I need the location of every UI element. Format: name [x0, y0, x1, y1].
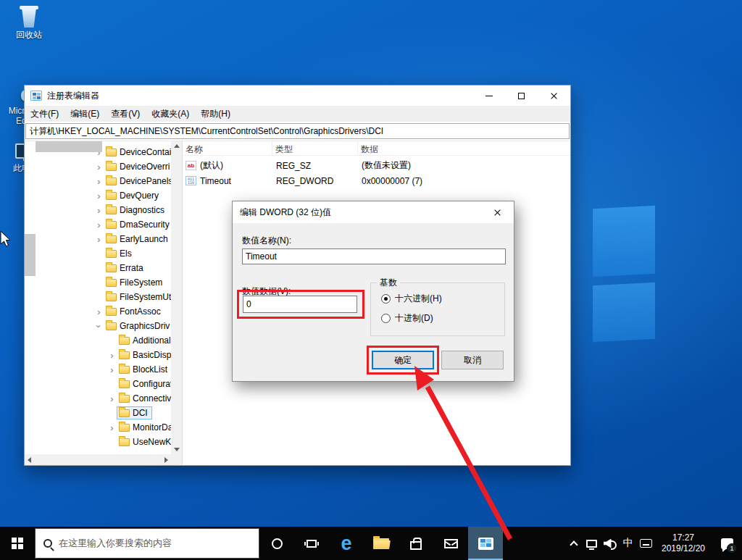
- value-data-input[interactable]: [243, 296, 357, 313]
- regedit-taskbar-button[interactable]: [468, 527, 503, 560]
- task-view-button[interactable]: [294, 527, 329, 560]
- touch-keyboard-button[interactable]: [637, 527, 655, 560]
- mail-button[interactable]: [433, 527, 468, 560]
- chevron-down-icon[interactable]: [94, 322, 104, 331]
- chevron-right-icon[interactable]: [94, 162, 104, 172]
- tree-node[interactable]: FileSystem: [104, 276, 167, 289]
- tree-node[interactable]: Els: [104, 247, 136, 260]
- column-header-name[interactable]: 名称: [183, 141, 272, 155]
- chevron-right-icon[interactable]: [107, 365, 117, 375]
- maximize-button[interactable]: [505, 85, 538, 106]
- dialog-titlebar[interactable]: 编辑 DWORD (32 位)值: [233, 201, 514, 223]
- tree-item-BlockList[interactable]: BlockList: [25, 362, 171, 377]
- tree-node[interactable]: GraphicsDriv: [104, 319, 171, 333]
- tree-node[interactable]: DmaSecurity: [104, 218, 171, 231]
- column-header-type[interactable]: 类型: [272, 141, 358, 155]
- scroll-left-icon[interactable]: [28, 457, 31, 463]
- tree-node[interactable]: UseNewK: [117, 435, 171, 448]
- registry-value-row[interactable]: TimeoutREG_DWORD0x00000007 (7): [183, 173, 570, 188]
- chevron-right-icon[interactable]: [107, 351, 117, 360]
- tree-item-MonitorDa[interactable]: MonitorDa: [25, 420, 171, 435]
- tree-hscroll-thumb[interactable]: [36, 141, 102, 152]
- chevron-right-icon[interactable]: [107, 394, 117, 404]
- network-button[interactable]: [583, 527, 601, 560]
- tree-item-EarlyLaunch[interactable]: EarlyLaunch: [25, 232, 171, 246]
- tree-item-Connectivi[interactable]: Connectivi: [25, 391, 171, 406]
- close-button[interactable]: [538, 85, 570, 106]
- dialog-close-button[interactable]: [481, 201, 514, 223]
- ime-indicator[interactable]: 中: [619, 527, 637, 560]
- value-name-input[interactable]: [242, 248, 506, 264]
- tree-node[interactable]: BasicDispl: [117, 348, 171, 362]
- chevron-right-icon[interactable]: [94, 177, 104, 186]
- file-explorer-button[interactable]: [364, 527, 399, 560]
- tree-item-Configurat[interactable]: Configurat: [25, 377, 171, 391]
- desktop-icon-recycle-bin[interactable]: 回收站: [9, 6, 49, 40]
- chevron-right-icon[interactable]: [94, 307, 104, 317]
- menu-item-文件(F)[interactable]: 文件(F): [25, 106, 64, 122]
- tree-node[interactable]: Additional: [117, 334, 171, 347]
- tree-node[interactable]: Connectivi: [117, 392, 171, 405]
- tree-item-FileSystem[interactable]: FileSystem: [25, 275, 171, 290]
- address-input[interactable]: [25, 123, 570, 139]
- tree-node[interactable]: Diagnostics: [104, 204, 169, 217]
- menu-item-收藏夹(A)[interactable]: 收藏夹(A): [146, 106, 195, 122]
- tray-expand-button[interactable]: [564, 527, 583, 560]
- tree-horizontal-scrollbar[interactable]: [25, 454, 171, 465]
- column-header-data[interactable]: 数据: [358, 141, 570, 155]
- tree-node[interactable]: Configurat: [117, 377, 171, 390]
- tree-item-FileSystemUti[interactable]: FileSystemUti: [25, 290, 171, 304]
- tree-node[interactable]: FontAssoc: [104, 305, 165, 318]
- tree-node[interactable]: DeviceContai: [104, 146, 171, 159]
- chevron-right-icon[interactable]: [94, 206, 104, 215]
- tree-item-DeviceOverri[interactable]: DeviceOverri: [25, 159, 171, 174]
- tree-item-DCI[interactable]: DCI: [25, 406, 171, 420]
- tree-node[interactable]: Errata: [104, 262, 148, 275]
- tree-item-Errata[interactable]: Errata: [25, 261, 171, 275]
- tree-item-UseNewK[interactable]: UseNewK: [25, 435, 171, 449]
- tree-node[interactable]: DCI: [117, 406, 152, 419]
- chevron-right-icon[interactable]: [94, 235, 104, 244]
- tree-item-BasicDispl[interactable]: BasicDispl: [25, 348, 171, 362]
- chevron-right-icon[interactable]: [107, 423, 117, 432]
- scroll-right-icon[interactable]: [164, 457, 168, 463]
- scroll-down-icon[interactable]: [174, 448, 180, 451]
- ok-button[interactable]: 确定: [372, 351, 434, 369]
- chevron-right-icon[interactable]: [94, 191, 104, 201]
- window-titlebar[interactable]: 注册表编辑器: [25, 85, 570, 106]
- tree-item-DmaSecurity[interactable]: DmaSecurity: [25, 217, 171, 232]
- tree-item-GraphicsDriv[interactable]: GraphicsDriv: [25, 319, 171, 333]
- tree-item-DevicePanels[interactable]: DevicePanels: [25, 174, 171, 188]
- chevron-right-icon[interactable]: [94, 220, 104, 230]
- tree-node[interactable]: MonitorDa: [117, 421, 171, 434]
- radio-decimal[interactable]: 十进制(D): [381, 312, 433, 325]
- tree-item-Additional[interactable]: Additional: [25, 333, 171, 348]
- minimize-button[interactable]: [472, 85, 505, 106]
- volume-button[interactable]: [601, 527, 619, 560]
- registry-value-row[interactable]: (默认)REG_SZ(数值未设置): [183, 158, 570, 173]
- tree-item-DevQuery[interactable]: DevQuery: [25, 188, 171, 203]
- menu-item-编辑(E)[interactable]: 编辑(E): [64, 106, 105, 122]
- tree-item-Els[interactable]: Els: [25, 246, 171, 261]
- tree-item-FontAssoc[interactable]: FontAssoc: [25, 304, 171, 319]
- tree-vscroll-thumb[interactable]: [25, 234, 36, 276]
- tree-node[interactable]: DevQuery: [104, 189, 163, 202]
- tree-node[interactable]: DeviceOverri: [104, 160, 171, 173]
- tree-node[interactable]: EarlyLaunch: [104, 233, 171, 246]
- tree-vertical-scrollbar[interactable]: [171, 141, 182, 454]
- scroll-up-icon[interactable]: [174, 144, 180, 148]
- radio-hexadecimal[interactable]: 十六进制(H): [381, 293, 442, 305]
- menu-item-帮助(H)[interactable]: 帮助(H): [195, 106, 236, 122]
- tree-node[interactable]: FileSystemUti: [104, 291, 171, 304]
- cancel-button[interactable]: 取消: [441, 351, 504, 369]
- tree-item-Diagnostics[interactable]: Diagnostics: [25, 203, 171, 217]
- tree-node[interactable]: BlockList: [117, 363, 171, 376]
- taskbar-clock[interactable]: 17:27 2019/12/20: [655, 532, 712, 554]
- action-center-button[interactable]: 1: [712, 527, 742, 560]
- edge-taskbar-button[interactable]: e: [329, 527, 364, 560]
- store-button[interactable]: [399, 527, 433, 560]
- start-button[interactable]: [0, 527, 35, 560]
- cortana-button[interactable]: [259, 527, 294, 560]
- tree-node[interactable]: DevicePanels: [104, 175, 171, 188]
- taskbar-search-box[interactable]: 在这里输入你要搜索的内容: [35, 528, 259, 559]
